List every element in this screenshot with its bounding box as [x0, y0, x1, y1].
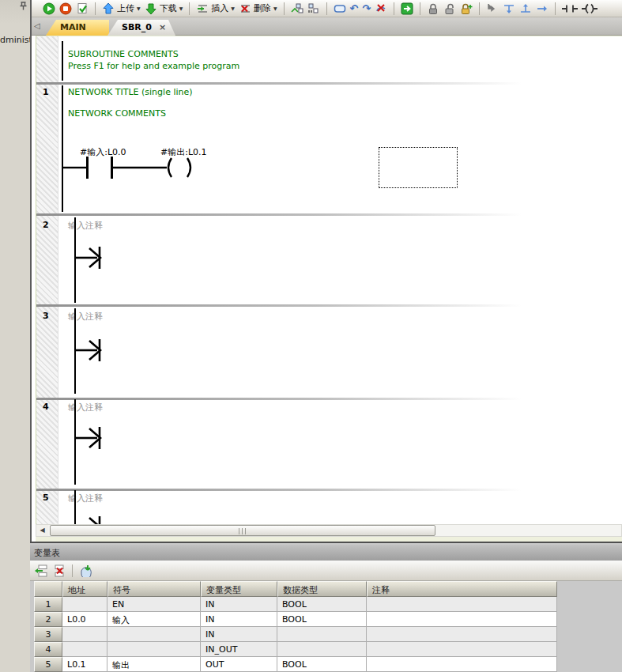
redo-icon[interactable]: ↷ [362, 2, 371, 15]
stop-icon[interactable] [59, 2, 72, 15]
download-dropdown-icon[interactable]: ▼ [179, 6, 183, 11]
coil-left-paren [168, 158, 172, 177]
toolbar-separator [555, 2, 556, 15]
table-row[interactable]: 5 L0.1 输出 OUT BOOL [34, 657, 557, 672]
network4-comment[interactable]: 输入注释 [68, 402, 103, 413]
cell-comment[interactable] [367, 612, 557, 627]
header-comment[interactable]: 注释 [367, 581, 557, 597]
row-number[interactable]: 2 [34, 612, 62, 627]
download-button[interactable]: 下载 ▼ [145, 2, 183, 15]
network3-comment[interactable]: 输入注释 [68, 311, 103, 323]
contact-element-icon[interactable] [562, 2, 578, 15]
network5-comment[interactable]: 输入注释 [68, 493, 103, 504]
selection-box-icon[interactable] [334, 2, 346, 15]
open-rung-arrow-clipped[interactable] [75, 515, 110, 524]
insert-dropdown-icon[interactable]: ▼ [231, 6, 235, 11]
cell-address[interactable] [62, 597, 107, 612]
cell-data-type[interactable] [277, 642, 367, 657]
table-row[interactable]: 3 IN [34, 627, 557, 642]
network1-comments[interactable]: NETWORK COMMENTS [68, 108, 166, 119]
download-symbols-icon[interactable] [79, 564, 93, 577]
subroutine-comments-text[interactable]: SUBROUTINE COMMENTS [68, 49, 179, 59]
header-var-type[interactable]: 变量类型 [201, 581, 277, 597]
header-symbol[interactable]: 符号 [107, 581, 201, 597]
cell-data-type[interactable]: BOOL [277, 597, 367, 612]
pin-icon[interactable] [19, 2, 28, 11]
network2-number: 2 [43, 220, 57, 230]
cell-symbol[interactable]: 输出 [107, 657, 201, 672]
delete-row-icon[interactable] [51, 564, 66, 577]
docked-panel-edge[interactable]: dministra [0, 0, 30, 672]
network1-title[interactable]: NETWORK TITLE (single line) [68, 87, 193, 97]
tab-scroll-left-icon[interactable]: ◁ [34, 22, 40, 30]
cell-comment[interactable] [367, 597, 557, 612]
tab-main[interactable]: MAIN [46, 20, 109, 36]
run-icon[interactable] [43, 2, 55, 15]
line-up-icon[interactable] [519, 2, 532, 15]
execute-icon[interactable] [401, 2, 413, 15]
selection-cursor[interactable] [379, 147, 458, 188]
scroll-left-button[interactable]: ◀ [36, 525, 48, 536]
horizontal-scrollbar[interactable]: ◀ [36, 524, 622, 537]
compile-icon[interactable] [76, 2, 89, 15]
cell-comment[interactable] [367, 657, 557, 672]
cell-symbol[interactable] [107, 642, 201, 657]
cell-comment[interactable] [367, 642, 557, 657]
network1-rung[interactable] [62, 155, 228, 183]
discard-icon[interactable] [375, 2, 387, 15]
header-blank[interactable] [34, 581, 62, 597]
line-down-icon[interactable] [503, 2, 515, 15]
table-row[interactable]: 4 IN_OUT [34, 642, 557, 657]
cell-data-type[interactable]: BOOL [277, 612, 367, 627]
ladder-editor[interactable]: SUBROUTINE COMMENTS Press F1 for help an… [36, 36, 622, 524]
header-address[interactable]: 地址 [62, 581, 107, 597]
cell-var-type[interactable]: IN [201, 627, 277, 642]
scrollbar-thumb[interactable] [50, 525, 435, 536]
coil-element-icon[interactable] [582, 2, 597, 15]
cell-var-type[interactable]: IN [201, 597, 277, 612]
open-rung-arrow[interactable] [75, 338, 110, 362]
contact-bar [86, 157, 89, 179]
delete-button[interactable]: 删除 ▼ [239, 2, 277, 15]
table-row[interactable]: 1 EN IN BOOL [34, 597, 557, 612]
cell-address[interactable]: L0.1 [62, 657, 107, 672]
cell-address[interactable]: L0.0 [62, 612, 107, 627]
cell-address[interactable] [62, 627, 107, 642]
tab-close-icon[interactable]: × [159, 22, 166, 36]
cell-data-type[interactable]: BOOL [277, 657, 367, 672]
row-number[interactable]: 3 [34, 627, 62, 642]
cell-var-type[interactable]: IN [201, 612, 277, 627]
lock-icon[interactable] [427, 2, 439, 15]
line-right-icon[interactable] [536, 2, 548, 15]
cell-data-type[interactable] [277, 627, 367, 642]
cell-symbol[interactable] [107, 627, 201, 642]
cell-symbol[interactable]: EN [107, 597, 201, 612]
undo-icon[interactable]: ↶ [350, 2, 359, 15]
table-row[interactable]: 2 L0.0 输入 IN BOOL [34, 612, 557, 627]
network2-comment[interactable]: 输入注释 [68, 220, 103, 232]
next-network-icon[interactable] [291, 2, 303, 15]
lock-add-icon[interactable] [460, 2, 473, 15]
open-rung-arrow[interactable] [75, 246, 110, 270]
upload-dropdown-icon[interactable]: ▼ [137, 6, 141, 11]
row-number[interactable]: 1 [34, 597, 62, 612]
cell-var-type[interactable]: OUT [201, 657, 277, 672]
cell-address[interactable] [62, 642, 107, 657]
tab-sbr0[interactable]: SBR_0 × [107, 20, 175, 36]
prev-network-icon[interactable] [307, 2, 320, 15]
row-number[interactable]: 4 [34, 642, 62, 657]
cell-symbol[interactable]: 输入 [107, 612, 201, 627]
insert-button[interactable]: 插入 ▼ [196, 2, 235, 15]
header-data-type[interactable]: 数据类型 [277, 581, 367, 597]
row-number[interactable]: 5 [34, 657, 62, 672]
branch-icon[interactable] [486, 2, 499, 15]
upload-button[interactable]: 上传 ▼ [102, 2, 141, 15]
insert-row-icon[interactable] [33, 564, 47, 577]
open-rung-arrow[interactable] [75, 426, 110, 450]
delete-dropdown-icon[interactable]: ▼ [273, 6, 277, 11]
unlock-icon[interactable] [443, 2, 456, 15]
toolbar-separator [394, 2, 394, 15]
cell-var-type[interactable]: IN_OUT [201, 642, 277, 657]
program-tabbar: ◁ MAIN SBR_0 × [32, 17, 622, 36]
cell-comment[interactable] [367, 627, 557, 642]
